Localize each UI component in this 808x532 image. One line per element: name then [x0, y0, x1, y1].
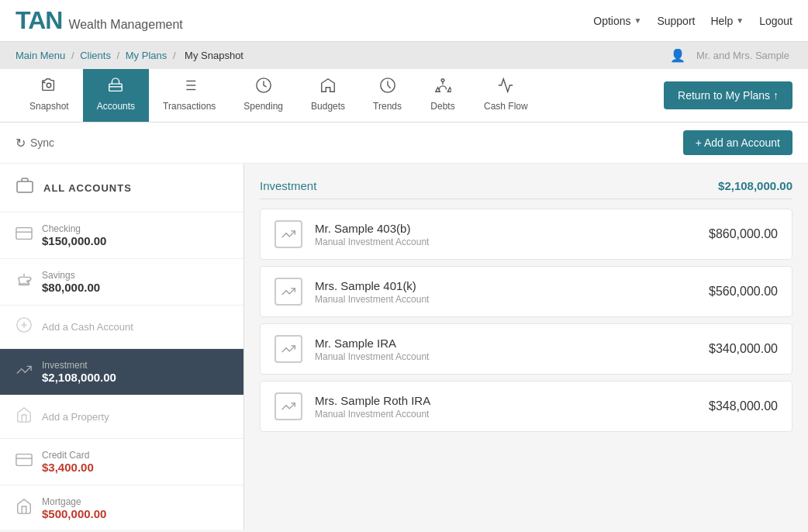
- tab-accounts-label: Accounts: [97, 101, 135, 112]
- help-label: Help: [710, 15, 733, 27]
- tab-spending[interactable]: Spending: [230, 69, 297, 122]
- account-card-ira-name: Mr. Sample IRA: [315, 337, 696, 350]
- breadcrumb-path: Main Menu / Clients / My Plans / My Snap…: [16, 50, 247, 61]
- tab-budgets-label: Budgets: [311, 101, 345, 112]
- tab-debts-label: Debts: [430, 101, 454, 112]
- account-card-roth-ira-type: Manual Investment Account: [315, 409, 696, 420]
- help-arrow-icon: ▼: [736, 16, 744, 25]
- tab-trends[interactable]: Trends: [359, 69, 416, 122]
- svg-point-14: [27, 281, 29, 282]
- add-account-button[interactable]: + Add an Account: [683, 130, 792, 155]
- breadcrumb-clients[interactable]: Clients: [80, 50, 111, 61]
- account-card-401k-icon: [275, 278, 302, 306]
- credit-card-text: Credit Card $3,400.00: [42, 450, 94, 474]
- account-card-403b-name: Mr. Sample 403(b): [315, 222, 696, 235]
- investment-value: $2,108,000.00: [42, 371, 116, 384]
- account-card-403b-type: Manual Investment Account: [315, 237, 696, 247]
- checking-label: Checking: [42, 223, 106, 234]
- tab-spending-label: Spending: [243, 101, 283, 112]
- account-card-roth-ira-value: $348,000.00: [709, 399, 778, 413]
- all-accounts-label: ALL ACCOUNTS: [43, 182, 132, 194]
- mortgage-value: $500,000.00: [42, 507, 106, 520]
- tab-cashflow[interactable]: Cash Flow: [470, 69, 542, 122]
- savings-text: Savings $80,000.00: [42, 270, 100, 294]
- help-menu[interactable]: Help ▼: [710, 15, 744, 27]
- content-area: Investment $2,108,000.00 Mr. Sample 403(…: [244, 164, 808, 530]
- investment-label: Investment: [42, 360, 116, 371]
- logo: TAN Wealth Management: [16, 6, 183, 35]
- return-to-plans-button[interactable]: Return to My Plans ↑: [664, 81, 792, 109]
- account-card-ira-info: Mr. Sample IRA Manual Investment Account: [315, 337, 696, 362]
- svg-point-0: [47, 83, 52, 88]
- credit-card-value: $3,400.00: [42, 461, 94, 474]
- options-menu[interactable]: Options ▼: [593, 15, 641, 27]
- credit-card-label: Credit Card: [42, 450, 94, 461]
- breadcrumb-sep2: /: [117, 50, 123, 61]
- investment-section-header: Investment $2,108,000.00: [260, 179, 792, 199]
- investment-section-title: Investment: [260, 179, 316, 192]
- account-card-401k[interactable]: Mrs. Sample 401(k) Manual Investment Acc…: [260, 266, 792, 317]
- svg-rect-18: [16, 454, 32, 466]
- investment-text: Investment $2,108,000.00: [42, 360, 116, 384]
- svg-rect-12: [16, 228, 32, 240]
- logout-link[interactable]: Logout: [759, 15, 792, 27]
- svg-rect-1: [109, 84, 123, 91]
- sidebar-item-investment[interactable]: Investment $2,108,000.00: [0, 349, 243, 396]
- account-card-403b[interactable]: Mr. Sample 403(b) Manual Investment Acco…: [260, 209, 792, 260]
- account-card-401k-value: $560,000.00: [709, 285, 778, 299]
- breadcrumb-sep1: /: [71, 50, 77, 61]
- sidebar-item-add-cash[interactable]: Add a Cash Account: [0, 306, 243, 349]
- breadcrumb-current: My Snapshot: [185, 50, 243, 61]
- sidebar-item-mortgage[interactable]: Mortgage $500,000.00: [0, 485, 243, 530]
- tab-snapshot-label: Snapshot: [29, 101, 69, 112]
- account-card-ira[interactable]: Mr. Sample IRA Manual Investment Account…: [260, 323, 792, 375]
- tab-accounts[interactable]: Accounts: [83, 69, 149, 122]
- cashflow-icon: [497, 77, 514, 98]
- account-card-roth-ira[interactable]: Mrs. Sample Roth IRA Manual Investment A…: [260, 381, 792, 432]
- sidebar-item-add-property[interactable]: Add a Property: [0, 396, 243, 439]
- tab-snapshot[interactable]: Snapshot: [16, 69, 83, 122]
- user-name: Mr. and Mrs. Sample: [696, 50, 789, 61]
- sidebar: ALL ACCOUNTS Checking $150,000.00: [0, 164, 244, 530]
- mortgage-text: Mortgage $500,000.00: [42, 496, 106, 520]
- sidebar-item-checking[interactable]: Checking $150,000.00: [0, 212, 243, 259]
- tab-bar-right: Return to My Plans ↑: [664, 69, 792, 122]
- add-property-label: Add a Property: [42, 411, 109, 423]
- add-cash-text: Add a Cash Account: [42, 321, 133, 333]
- savings-icon: [16, 271, 33, 292]
- main-content: ALL ACCOUNTS Checking $150,000.00: [0, 164, 808, 530]
- investment-icon: [16, 361, 33, 382]
- sidebar-item-savings[interactable]: Savings $80,000.00: [0, 259, 243, 306]
- header-nav: Options ▼ Support Help ▼ Logout: [593, 15, 792, 27]
- budgets-icon: [319, 77, 337, 98]
- support-link[interactable]: Support: [657, 15, 695, 27]
- add-cash-label: Add a Cash Account: [42, 321, 133, 333]
- account-card-401k-info: Mrs. Sample 401(k) Manual Investment Acc…: [315, 279, 696, 305]
- sync-button[interactable]: ↻ Sync: [16, 136, 54, 150]
- sidebar-item-credit-card[interactable]: Credit Card $3,400.00: [0, 439, 243, 485]
- tab-bar: Snapshot Accounts Transactions Spending: [0, 69, 808, 123]
- checking-value: $150,000.00: [42, 234, 106, 247]
- account-card-ira-icon: [275, 335, 302, 363]
- account-card-roth-ira-icon: [275, 392, 302, 420]
- add-property-text: Add a Property: [42, 411, 109, 423]
- svg-point-10: [441, 79, 444, 82]
- mortgage-label: Mortgage: [42, 496, 106, 507]
- logo-text: TAN: [16, 6, 62, 35]
- tab-budgets[interactable]: Budgets: [297, 69, 359, 122]
- transactions-icon: [181, 77, 198, 98]
- savings-value: $80,000.00: [42, 281, 100, 294]
- tab-debts[interactable]: Debts: [416, 69, 470, 122]
- accounts-icon: [107, 77, 124, 98]
- spending-icon: [255, 77, 272, 98]
- add-cash-icon: [16, 316, 33, 337]
- breadcrumb: Main Menu / Clients / My Plans / My Snap…: [0, 42, 808, 69]
- toolbar: ↻ Sync + Add an Account: [0, 123, 808, 164]
- tab-transactions[interactable]: Transactions: [149, 69, 230, 122]
- options-label: Options: [593, 15, 630, 27]
- checking-text: Checking $150,000.00: [42, 223, 106, 247]
- user-icon: 👤: [670, 48, 685, 63]
- debts-icon: [434, 77, 451, 98]
- breadcrumb-my-plans[interactable]: My Plans: [126, 50, 167, 61]
- breadcrumb-main-menu[interactable]: Main Menu: [16, 50, 65, 61]
